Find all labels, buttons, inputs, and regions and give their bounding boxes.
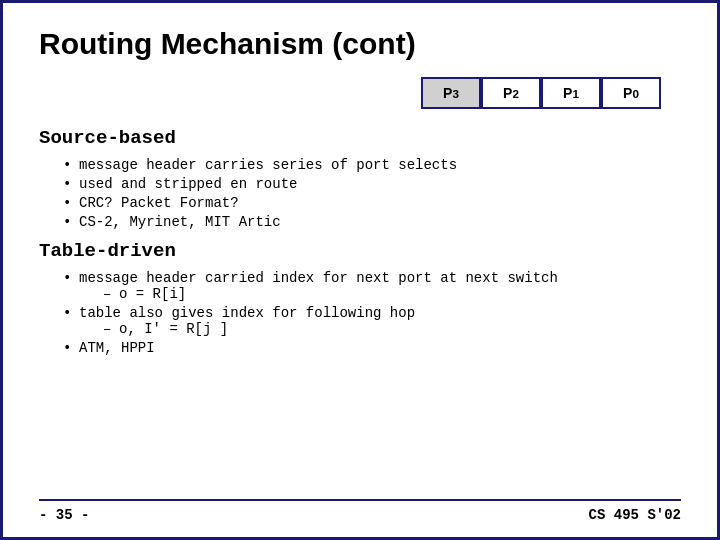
list-item: message header carries series of port se… [63,157,681,173]
footer: - 35 - CS 495 S'02 [39,499,681,523]
list-item: table also gives index for following hop… [63,305,681,337]
packet-cell-p3: P3 [421,77,481,109]
list-item: CRC? Packet Format? [63,195,681,211]
footer-page-number: - 35 - [39,507,89,523]
slide-title: Routing Mechanism (cont) [39,27,681,61]
sub-list-item: o = R[i] [103,286,681,302]
sub-list: o = R[i] [103,286,681,302]
list-item: used and stripped en route [63,176,681,192]
packet-row: P3 P2 P1 P0 [39,77,661,109]
packet-cell-p2: P2 [481,77,541,109]
table-driven-list: message header carried index for next po… [63,270,681,356]
list-item: message header carried index for next po… [63,270,681,302]
table-driven-heading: Table-driven [39,240,681,262]
footer-course-id: CS 495 S'02 [589,507,681,523]
list-item: CS-2, Myrinet, MIT Artic [63,214,681,230]
packet-cell-p0: P0 [601,77,661,109]
packet-cell-p1: P1 [541,77,601,109]
list-item: ATM, HPPI [63,340,681,356]
source-based-heading: Source-based [39,127,681,149]
slide: Routing Mechanism (cont) P3 P2 P1 P0 Sou… [0,0,720,540]
sub-list: o, I' = R[j ] [103,321,681,337]
source-based-list: message header carries series of port se… [63,157,681,230]
sub-list-item: o, I' = R[j ] [103,321,681,337]
